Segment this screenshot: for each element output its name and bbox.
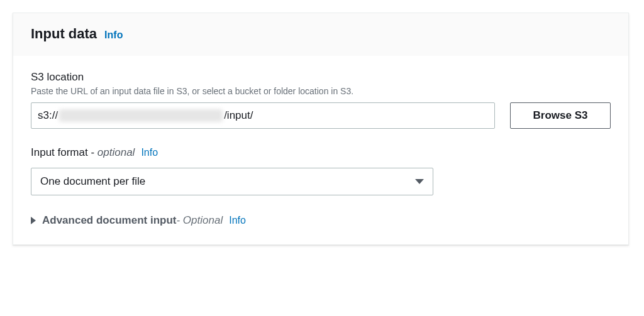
- input-format-label-text: Input format: [31, 146, 88, 158]
- panel-title: Input data: [31, 26, 97, 42]
- s3-suffix-text: /input/: [224, 109, 253, 122]
- s3-location-input[interactable]: s3:// /input/: [31, 102, 495, 129]
- s3-location-field: S3 location Paste the URL of an input da…: [31, 71, 611, 129]
- input-format-select[interactable]: One document per file: [31, 168, 433, 195]
- info-link-input-format[interactable]: Info: [141, 147, 158, 158]
- s3-redacted-bucket: [59, 109, 223, 122]
- info-link-header[interactable]: Info: [104, 30, 123, 41]
- input-format-optional-tag: optional: [97, 146, 135, 158]
- optional-hyphen: -: [91, 146, 97, 158]
- s3-prefix-text: s3://: [38, 109, 58, 122]
- advanced-label: Advanced document input- Optional: [42, 214, 223, 227]
- chevron-down-icon: [415, 179, 424, 184]
- input-data-panel: Input data Info S3 location Paste the UR…: [13, 13, 629, 245]
- s3-location-label: S3 location: [31, 71, 611, 84]
- s3-location-description: Paste the URL of an input data file in S…: [31, 86, 611, 96]
- input-format-label: Input format - optional: [31, 146, 135, 159]
- s3-input-row: s3:// /input/ Browse S3: [31, 102, 611, 129]
- panel-body: S3 location Paste the URL of an input da…: [13, 56, 628, 244]
- browse-s3-button[interactable]: Browse S3: [510, 102, 611, 129]
- advanced-optional-hyphen: -: [176, 214, 182, 226]
- panel-header: Input data Info: [13, 13, 628, 56]
- input-format-field: Input format - optional Info One documen…: [31, 146, 611, 195]
- input-format-label-row: Input format - optional Info: [31, 146, 611, 161]
- caret-right-icon: [31, 217, 36, 224]
- input-format-selected-value: One document per file: [40, 175, 145, 188]
- advanced-optional-tag: Optional: [183, 214, 223, 226]
- info-link-advanced[interactable]: Info: [229, 215, 246, 226]
- advanced-label-strong: Advanced document input: [42, 214, 176, 226]
- advanced-document-input-toggle[interactable]: Advanced document input- Optional Info: [31, 214, 611, 227]
